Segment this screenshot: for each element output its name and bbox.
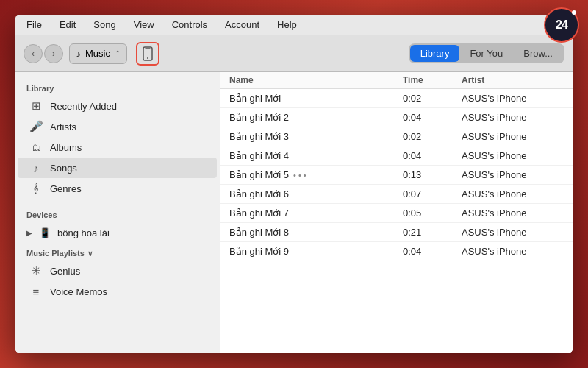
menu-bar: File Edit Song View Controls Account Hel… — [15, 15, 573, 35]
devices-section-header: Devices — [15, 205, 220, 222]
tab-browse[interactable]: Brow... — [513, 45, 563, 62]
device-phone-icon: 📱 — [38, 226, 51, 239]
row-name-cell: Bản ghi Mới 4 — [229, 150, 403, 161]
menu-song[interactable]: Song — [90, 18, 118, 32]
tab-for-you[interactable]: For You — [459, 45, 513, 62]
dropdown-arrow-icon: ⌃ — [115, 49, 121, 57]
row-time-cell: 0:04 — [403, 150, 462, 161]
phone-icon — [143, 46, 153, 61]
table-row[interactable]: Bản ghi Mới 90:04ASUS's iPhone — [220, 242, 573, 261]
library-section-header: Library — [15, 78, 220, 96]
app-window: File Edit Song View Controls Account Hel… — [15, 15, 573, 353]
table-row[interactable]: Bản ghi Mới 30:02ASUS's iPhone — [220, 127, 573, 146]
table-row[interactable]: Bản ghi Mới 60:07ASUS's iPhone — [220, 185, 573, 204]
row-artist-cell: ASUS's iPhone — [462, 112, 564, 123]
row-name: Bản ghi Mới 6 — [229, 188, 289, 199]
svg-point-1 — [147, 57, 148, 59]
row-name: Bản ghi Mới 9 — [229, 246, 289, 257]
music-label: Music — [85, 48, 110, 59]
col-name-header: Name — [229, 75, 403, 85]
col-time-header: Time — [403, 75, 462, 85]
music-dropdown[interactable]: ♪ Music ⌃ — [69, 43, 127, 64]
row-name: Bản ghi Mới 4 — [229, 150, 289, 161]
main-content: Library ⊞ Recently Added 🎤 Artists 🗂 Alb… — [15, 72, 573, 353]
songs-icon: ♪ — [29, 161, 43, 174]
row-time-cell: 0:04 — [403, 112, 462, 123]
row-time-cell: 0:07 — [403, 188, 462, 199]
row-artist-cell: ASUS's iPhone — [462, 227, 564, 238]
toolbar: ‹ › ♪ Music ⌃ Library For You Brow... — [15, 35, 573, 72]
row-name: Bản ghi Mới — [229, 93, 281, 104]
content-area: Name Time Artist Bản ghi Mới0:02ASUS's i… — [220, 72, 573, 353]
row-time-cell: 0:13 — [403, 169, 462, 180]
table-body: Bản ghi Mới0:02ASUS's iPhoneBản ghi Mới … — [220, 89, 573, 353]
row-name-cell: Bản ghi Mới 7 — [229, 208, 403, 219]
music-note-icon: ♪ — [76, 48, 81, 60]
row-artist-cell: ASUS's iPhone — [462, 188, 564, 199]
sidebar-item-genres[interactable]: 𝄞 Genres — [18, 178, 217, 199]
nav-buttons: ‹ › — [24, 44, 63, 63]
row-artist-cell: ASUS's iPhone — [462, 246, 564, 257]
table-row[interactable]: Bản ghi Mới 5• • •0:13ASUS's iPhone — [220, 166, 573, 185]
sidebar-item-songs[interactable]: ♪ Songs — [18, 158, 217, 178]
row-time-cell: 0:02 — [403, 131, 462, 142]
sidebar-item-device[interactable]: ▶ 📱 bông hoa lài — [15, 222, 220, 243]
genres-icon: 𝄞 — [29, 182, 43, 195]
row-artist-cell: ASUS's iPhone — [462, 169, 564, 180]
watermark-text: 24 — [556, 18, 567, 32]
table-row[interactable]: Bản ghi Mới0:02ASUS's iPhone — [220, 89, 573, 108]
row-artist-cell: ASUS's iPhone — [462, 93, 564, 104]
playlists-section-header[interactable]: Music Playlists ∨ — [15, 243, 220, 261]
table-header: Name Time Artist — [220, 72, 573, 89]
row-artist-cell: ASUS's iPhone — [462, 131, 564, 142]
row-name: Bản ghi Mới 2 — [229, 112, 289, 123]
row-name-cell: Bản ghi Mới 9 — [229, 246, 403, 257]
tab-group: Library For You Brow... — [409, 43, 564, 63]
col-artist-header: Artist — [462, 75, 564, 85]
device-arrow-icon: ▶ — [26, 229, 32, 237]
genius-icon: ✳ — [29, 264, 43, 277]
row-name-cell: Bản ghi Mới — [229, 93, 403, 104]
voice-memos-icon: ≡ — [29, 285, 43, 298]
watermark: 24 — [544, 7, 581, 44]
row-name: Bản ghi Mới 3 — [229, 131, 289, 142]
tab-library[interactable]: Library — [410, 45, 460, 62]
artists-icon: 🎤 — [29, 120, 43, 133]
row-name-cell: Bản ghi Mới 5• • • — [229, 169, 403, 180]
table-row[interactable]: Bản ghi Mới 40:04ASUS's iPhone — [220, 146, 573, 166]
sidebar-item-recently-added[interactable]: ⊞ Recently Added — [18, 96, 217, 116]
sidebar-item-albums[interactable]: 🗂 Albums — [18, 137, 217, 158]
device-icon-button[interactable] — [136, 42, 159, 66]
table-row[interactable]: Bản ghi Mới 70:05ASUS's iPhone — [220, 204, 573, 223]
row-time-cell: 0:04 — [403, 246, 462, 257]
row-name: Bản ghi Mới 7 — [229, 208, 289, 219]
menu-help[interactable]: Help — [274, 18, 300, 32]
row-name: Bản ghi Mới 8 — [229, 227, 289, 238]
sidebar-item-genius[interactable]: ✳ Genius — [18, 261, 217, 281]
back-button[interactable]: ‹ — [24, 44, 43, 63]
menu-edit[interactable]: Edit — [57, 18, 79, 32]
recently-added-icon: ⊞ — [29, 99, 43, 113]
row-name: Bản ghi Mới 5 — [229, 169, 289, 180]
sidebar-item-artists[interactable]: 🎤 Artists — [18, 116, 217, 137]
row-name-cell: Bản ghi Mới 2 — [229, 112, 403, 123]
row-options-dots[interactable]: • • • — [293, 171, 306, 180]
row-name-cell: Bản ghi Mới 3 — [229, 131, 403, 142]
forward-button[interactable]: › — [44, 44, 63, 63]
albums-icon: 🗂 — [29, 141, 43, 154]
row-name-cell: Bản ghi Mới 6 — [229, 188, 403, 199]
menu-file[interactable]: File — [24, 18, 45, 32]
sidebar-item-voice-memos[interactable]: ≡ Voice Memos — [18, 281, 217, 302]
row-artist-cell: ASUS's iPhone — [462, 208, 564, 219]
row-name-cell: Bản ghi Mới 8 — [229, 227, 403, 238]
row-time-cell: 0:21 — [403, 227, 462, 238]
sidebar: Library ⊞ Recently Added 🎤 Artists 🗂 Alb… — [15, 72, 220, 353]
table-row[interactable]: Bản ghi Mới 80:21ASUS's iPhone — [220, 223, 573, 242]
menu-controls[interactable]: Controls — [169, 18, 210, 32]
menu-account[interactable]: Account — [222, 18, 262, 32]
playlists-chevron-icon: ∨ — [87, 250, 93, 258]
row-artist-cell: ASUS's iPhone — [462, 150, 564, 161]
row-time-cell: 0:02 — [403, 93, 462, 104]
table-row[interactable]: Bản ghi Mới 20:04ASUS's iPhone — [220, 108, 573, 127]
menu-view[interactable]: View — [131, 18, 157, 32]
